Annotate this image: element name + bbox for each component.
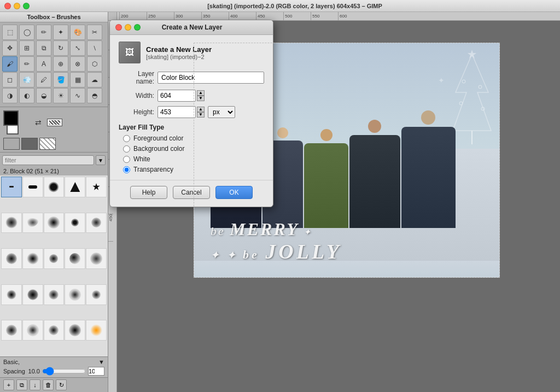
spacing-spin-input[interactable] bbox=[88, 367, 104, 376]
tool-select-by-color[interactable]: 🎨 bbox=[70, 25, 85, 40]
brush-cell-25-glow[interactable] bbox=[86, 320, 107, 341]
new-brush-btn[interactable]: + bbox=[3, 379, 14, 390]
brush-cell-11[interactable] bbox=[1, 248, 22, 269]
ok-button[interactable]: OK bbox=[215, 186, 253, 199]
tool-pencil[interactable]: ✏ bbox=[19, 56, 34, 72]
tool-alignment[interactable]: ⊞ bbox=[19, 40, 34, 56]
brush-cell-21[interactable] bbox=[1, 320, 22, 341]
height-up-btn[interactable]: ▲ bbox=[197, 107, 205, 112]
tool-blend[interactable]: ▦ bbox=[70, 72, 85, 87]
tool-crop[interactable]: ⧉ bbox=[36, 40, 51, 56]
tool-move[interactable]: ✥ bbox=[2, 40, 18, 56]
pattern-indicator[interactable] bbox=[47, 119, 62, 126]
radio-transparency-label[interactable]: Transparency bbox=[123, 166, 264, 173]
tool-colorize[interactable]: ◒ bbox=[36, 88, 51, 103]
refresh-brushes-btn[interactable]: ↻ bbox=[56, 379, 67, 390]
layer-height-input[interactable] bbox=[158, 106, 196, 118]
cancel-button[interactable]: Cancel bbox=[173, 186, 210, 199]
brush-cell-23[interactable] bbox=[44, 320, 65, 341]
tool-fill[interactable]: 🪣 bbox=[53, 72, 68, 87]
brush-cell-22[interactable] bbox=[22, 320, 43, 341]
tool-dodge[interactable]: ◓ bbox=[87, 88, 102, 103]
tool-clone[interactable]: ⊕ bbox=[53, 56, 68, 72]
filter-options-btn[interactable]: ▼ bbox=[96, 155, 106, 165]
brush-cell-17[interactable] bbox=[22, 284, 43, 305]
brush-cell-19[interactable] bbox=[65, 284, 85, 305]
brush-cell-13[interactable] bbox=[44, 248, 65, 269]
pattern-view-swatch[interactable] bbox=[39, 138, 56, 150]
layer-name-input[interactable] bbox=[158, 72, 264, 84]
tool-rotate[interactable]: ↻ bbox=[53, 40, 68, 56]
brush-cell-16[interactable] bbox=[1, 284, 22, 305]
minimize-button[interactable] bbox=[14, 3, 20, 9]
tool-scale[interactable]: ⤡ bbox=[70, 40, 85, 56]
tool-airbrush[interactable]: 💨 bbox=[19, 72, 34, 87]
radio-background[interactable] bbox=[123, 145, 130, 153]
tool-smudge[interactable]: ☁ bbox=[87, 72, 102, 87]
tool-shear[interactable]: ⧵ bbox=[87, 40, 102, 56]
brush-cell-14[interactable] bbox=[65, 248, 85, 269]
brush-cell-8[interactable] bbox=[44, 213, 65, 233]
tool-brightness[interactable]: ☀ bbox=[53, 88, 68, 103]
brush-cell-12[interactable] bbox=[22, 248, 43, 269]
photo-text-line1: be MERRY✦ bbox=[211, 219, 494, 239]
brush-cell-block[interactable] bbox=[1, 177, 22, 197]
width-up-btn[interactable]: ▲ bbox=[197, 90, 205, 96]
layer-width-input[interactable] bbox=[158, 90, 196, 102]
foreground-color-swatch[interactable] bbox=[3, 110, 19, 126]
brush-cell-9[interactable] bbox=[65, 213, 85, 233]
width-down-btn[interactable]: ▼ bbox=[197, 96, 205, 101]
tool-ellipse-select[interactable]: ◯ bbox=[19, 25, 34, 40]
radio-foreground-label[interactable]: Foreground color bbox=[123, 134, 264, 142]
radio-foreground[interactable] bbox=[123, 135, 130, 142]
height-down-btn[interactable]: ▼ bbox=[197, 112, 205, 118]
dialog-min-btn[interactable] bbox=[125, 24, 131, 31]
tool-ink[interactable]: 🖊 bbox=[36, 72, 51, 87]
tool-free-select[interactable]: ✏ bbox=[36, 25, 51, 40]
brush-filter-input[interactable] bbox=[2, 155, 94, 165]
tool-text[interactable]: A bbox=[36, 56, 51, 72]
duplicate-brush-btn[interactable]: ⧉ bbox=[16, 379, 27, 390]
spacing-slider[interactable] bbox=[42, 367, 86, 375]
radio-transparency[interactable] bbox=[123, 166, 130, 173]
close-button[interactable] bbox=[4, 3, 11, 9]
dialog-close-btn[interactable] bbox=[115, 24, 122, 31]
tool-color-balance[interactable]: ◑ bbox=[2, 88, 18, 103]
normal-view-swatch[interactable] bbox=[3, 138, 20, 150]
brush-cell-2[interactable] bbox=[22, 177, 43, 197]
tool-eraser[interactable]: ◻ bbox=[2, 72, 18, 87]
help-button[interactable]: Help bbox=[130, 186, 167, 199]
brush-cell-5[interactable] bbox=[86, 177, 107, 197]
tool-curves[interactable]: ∿ bbox=[70, 88, 85, 103]
brush-cell-6[interactable] bbox=[1, 213, 22, 233]
brush-cell-7[interactable] bbox=[22, 213, 43, 233]
brush-cell-24[interactable] bbox=[65, 320, 85, 341]
fill-type-radio-group: Foreground color Background color White … bbox=[119, 134, 264, 173]
brush-name-label: 2. Block 02 (51 × 21) bbox=[0, 167, 108, 175]
brush-cell-4[interactable] bbox=[65, 177, 85, 197]
delete-brush-btn[interactable]: 🗑 bbox=[43, 379, 54, 390]
maximize-button[interactable] bbox=[23, 3, 30, 9]
dark-view-swatch[interactable] bbox=[21, 138, 38, 150]
tool-rectangle-select[interactable]: ⬚ bbox=[2, 25, 18, 40]
toolbox-divider-2 bbox=[0, 152, 108, 153]
reset-colors-icon[interactable]: ⇄ bbox=[35, 118, 42, 127]
tool-heal[interactable]: ⊗ bbox=[70, 56, 85, 72]
tool-paintbrush[interactable]: 🖌 bbox=[2, 56, 18, 72]
radio-white-label[interactable]: White bbox=[123, 155, 264, 163]
brush-cell-20[interactable] bbox=[86, 284, 107, 305]
dialog-max-btn[interactable] bbox=[134, 24, 141, 31]
brush-cell-10[interactable] bbox=[86, 213, 107, 233]
tool-fuzzy-select[interactable]: ✦ bbox=[53, 25, 68, 40]
unit-select[interactable]: px % in mm bbox=[208, 106, 235, 118]
tool-scissors[interactable]: ✂ bbox=[87, 25, 102, 40]
preset-dropdown-icon[interactable]: ▼ bbox=[98, 359, 104, 365]
radio-background-label[interactable]: Background color bbox=[123, 145, 264, 153]
brush-cell-18[interactable] bbox=[44, 284, 65, 305]
tool-hue-saturation[interactable]: ◐ bbox=[19, 88, 34, 103]
radio-white[interactable] bbox=[123, 156, 130, 163]
brush-cell-3[interactable] bbox=[44, 177, 65, 197]
brush-to-image-btn[interactable]: ↓ bbox=[30, 379, 40, 390]
tool-perspective[interactable]: ⬡ bbox=[87, 56, 102, 72]
brush-cell-15[interactable] bbox=[86, 248, 107, 269]
